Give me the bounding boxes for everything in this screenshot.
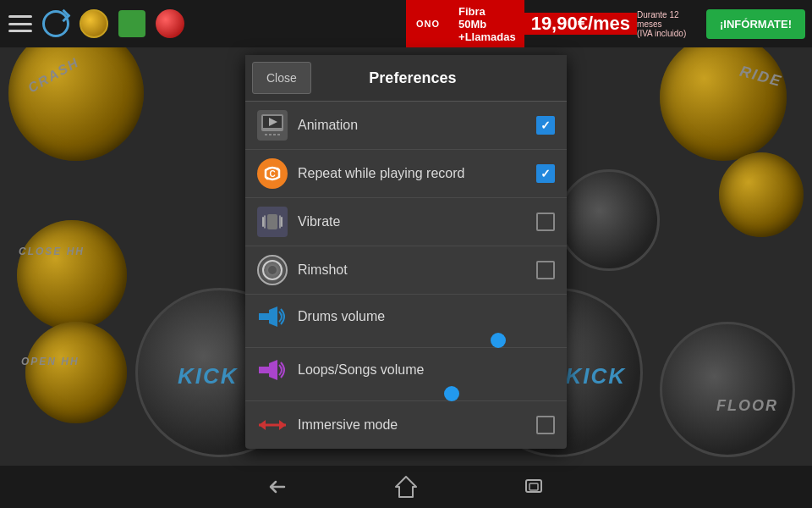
pref-item-rimshot[interactable]: Rimshot	[245, 246, 567, 295]
pref-item-vibrate[interactable]: Vibrate	[245, 198, 567, 246]
svg-marker-15	[269, 360, 277, 380]
floor-label: FLOOR	[716, 397, 778, 415]
preferences-dialog: Close Preferences Animation C	[245, 55, 567, 449]
svg-text:C: C	[269, 169, 275, 179]
refresh-icon[interactable]	[42, 10, 69, 37]
rimshot-icon	[257, 255, 288, 285]
closehh-cymbal	[17, 220, 127, 330]
ad-fibra: Fibra 50Mb +Llamadas	[450, 0, 524, 47]
pref-item-drums-volume: Drums volume	[245, 295, 567, 348]
top-bar-left	[8, 9, 184, 38]
menu-icon[interactable]	[8, 15, 32, 32]
openhh-cymbal	[25, 322, 127, 423]
svg-point-11	[268, 266, 277, 274]
close-button[interactable]: Close	[252, 62, 311, 94]
bottom-nav	[0, 466, 812, 508]
immersive-label: Immersive mode	[298, 417, 536, 433]
kick2-label: KICK	[565, 363, 626, 389]
pref-item-loops-volume: Loops/Songs volume	[245, 348, 567, 401]
record-icon[interactable]	[118, 10, 145, 37]
floor-pad	[660, 322, 795, 457]
vibrate-checkbox[interactable]	[536, 213, 555, 231]
loops-volume-icon	[257, 355, 288, 385]
top-bar: ONO Fibra 50Mb +Llamadas 19,90€/mes Dura…	[0, 0, 812, 47]
vibrate-label: Vibrate	[298, 214, 536, 229]
kick1-label: KICK	[178, 363, 239, 389]
pref-item-repeat[interactable]: C Repeat while playing record	[245, 150, 567, 198]
drums-volume-label: Drums volume	[298, 309, 555, 324]
immersive-icon	[257, 410, 288, 440]
stop-icon[interactable]	[156, 9, 184, 38]
animation-label: Animation	[298, 118, 536, 133]
animation-icon	[257, 110, 288, 141]
snare-pad	[558, 169, 660, 271]
ad-brand: ONO	[406, 0, 450, 47]
loops-volume-row: Loops/Songs volume	[257, 355, 555, 385]
rimshot-label: Rimshot	[298, 262, 536, 278]
loops-volume-label: Loops/Songs volume	[298, 362, 555, 378]
repeat-checkbox[interactable]	[536, 164, 555, 183]
pref-item-immersive[interactable]: Immersive mode	[245, 401, 567, 449]
svg-marker-12	[259, 313, 269, 320]
ad-banner: ONO Fibra 50Mb +Llamadas 19,90€/mes Dura…	[406, 0, 812, 47]
svg-marker-13	[269, 306, 277, 327]
ad-price-sub: Durante 12 meses (IVA incluido)	[637, 10, 700, 38]
ad-button[interactable]: ¡INFÓRMATE!	[706, 9, 805, 39]
svg-marker-14	[259, 367, 269, 373]
recents-button[interactable]	[521, 473, 548, 500]
repeat-label: Repeat while playing record	[298, 166, 536, 181]
pref-header: Close Preferences	[245, 55, 567, 102]
immersive-checkbox[interactable]	[536, 416, 555, 434]
home-button[interactable]	[392, 473, 420, 500]
animation-checkbox[interactable]	[536, 116, 555, 135]
svg-marker-19	[396, 477, 416, 497]
openhh-label: OPEN HH	[21, 356, 80, 367]
back-button[interactable]	[264, 473, 291, 500]
svg-marker-18	[279, 420, 286, 430]
ride-cymbal	[660, 34, 787, 161]
closehh-label: CLOSE HH	[19, 246, 85, 257]
metronome-icon[interactable]	[80, 9, 108, 38]
svg-marker-17	[259, 420, 266, 430]
svg-rect-21	[529, 483, 538, 490]
vibrate-icon	[257, 207, 288, 237]
ad-price: 19,90€/mes	[524, 13, 637, 35]
pref-item-animation[interactable]: Animation	[245, 102, 567, 150]
loops-volume-thumb[interactable]	[444, 386, 459, 401]
svg-rect-5	[267, 214, 277, 229]
drums-volume-icon	[257, 301, 288, 332]
small-cymbal	[719, 152, 804, 237]
repeat-icon: C	[257, 158, 288, 189]
rimshot-checkbox[interactable]	[536, 261, 555, 279]
drums-volume-thumb[interactable]	[491, 333, 506, 348]
pref-title: Preferences	[318, 69, 567, 87]
drums-volume-row: Drums volume	[257, 301, 555, 332]
